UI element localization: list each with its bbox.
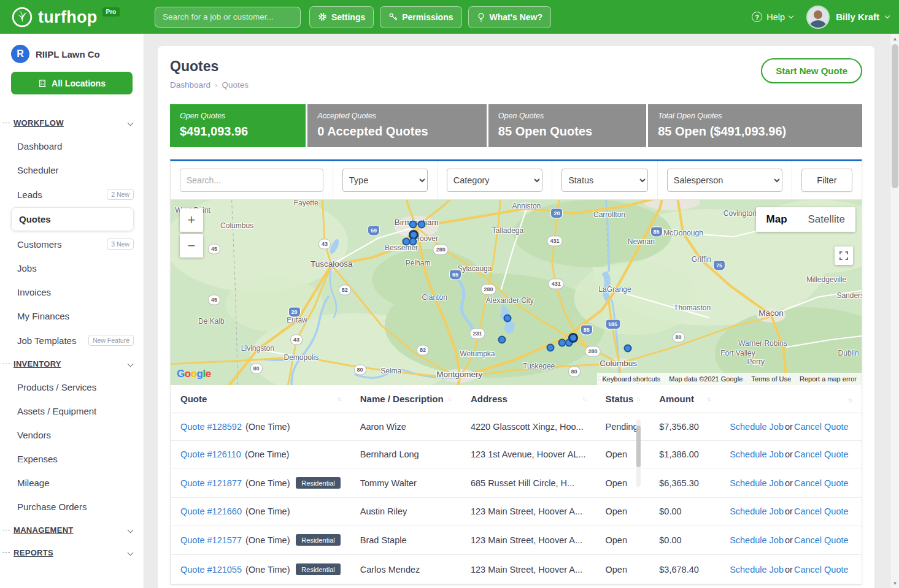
cancel-quote-link[interactable]: Cancel Quote xyxy=(794,478,849,488)
page-scrollbar[interactable]: ▲ ▼ xyxy=(890,34,899,588)
schedule-job-link[interactable]: Schedule Job xyxy=(730,478,784,488)
sidebar-item-jobs[interactable]: Jobs xyxy=(0,256,144,280)
schedule-job-link[interactable]: Schedule Job xyxy=(730,535,784,545)
fullscreen-button[interactable] xyxy=(835,246,853,265)
scroll-down-arrow[interactable]: ▼ xyxy=(890,578,899,588)
map-marker[interactable] xyxy=(417,220,425,228)
nav-label: Assets / Equipment xyxy=(17,406,96,416)
map-view-button[interactable]: Map xyxy=(756,207,798,232)
sidebar-item-quotes[interactable]: Quotes xyxy=(11,207,134,231)
map-marker[interactable] xyxy=(568,333,578,343)
quote-link[interactable]: Quote #121577 xyxy=(180,535,242,545)
app-logo[interactable]: turfhop Pro xyxy=(11,6,146,28)
keyboard-shortcuts-link[interactable]: Keyboard shortcuts xyxy=(602,375,660,383)
satellite-view-button[interactable]: Satellite xyxy=(798,207,855,232)
type-select[interactable]: Type xyxy=(342,169,428,192)
map-marker[interactable] xyxy=(409,237,417,245)
map-marker[interactable] xyxy=(498,336,506,344)
zoom-in-button[interactable]: + xyxy=(180,208,203,232)
sidebar-item-products-services[interactable]: Products / Services xyxy=(0,375,144,399)
quote-amount: $0.00 xyxy=(649,498,720,525)
cancel-quote-link[interactable]: Cancel Quote xyxy=(794,565,849,575)
settings-button[interactable]: Settings xyxy=(309,6,374,28)
quotes-map[interactable]: West PointFayetteColumbusAnnistonCarroll… xyxy=(171,200,862,385)
sidebar-item-leads[interactable]: Leads 2 New xyxy=(0,182,144,207)
sort-icon[interactable]: ↑↓ xyxy=(706,395,710,402)
map-marker[interactable] xyxy=(409,220,417,228)
cancel-quote-link[interactable]: Cancel Quote xyxy=(794,449,849,459)
column-header-quote[interactable]: ↑↓Quote xyxy=(171,385,350,413)
zoom-out-button[interactable]: − xyxy=(180,234,203,258)
start-new-quote-button[interactable]: Start New Quote xyxy=(761,58,862,83)
column-header-address[interactable]: ↑↓Address xyxy=(461,385,596,413)
sidebar-item-expenses[interactable]: Expenses xyxy=(0,447,144,471)
google-logo[interactable]: Google xyxy=(177,368,211,380)
whats-new-button[interactable]: What's New? xyxy=(468,6,552,28)
filter-button[interactable]: Filter xyxy=(801,169,852,192)
sort-icon[interactable]: ↑↓ xyxy=(337,395,341,402)
column-header-amount[interactable]: ↑↓Amount xyxy=(649,385,720,413)
status-select[interactable]: Status xyxy=(561,169,648,192)
stat-label: Open Quotes xyxy=(498,112,636,120)
sidebar-item-dashboard[interactable]: Dashboard xyxy=(0,134,144,158)
sidebar-item-scheduler[interactable]: Scheduler xyxy=(0,158,144,182)
table-scrollbar[interactable] xyxy=(636,419,641,487)
sidebar-section-inventory[interactable]: INVENTORY xyxy=(0,353,144,375)
sidebar-section-workflow[interactable]: WORKFLOW xyxy=(0,112,144,134)
schedule-job-link[interactable]: Schedule Job xyxy=(730,565,784,575)
cancel-quote-link[interactable]: Cancel Quote xyxy=(794,535,849,545)
quote-address: 123 1st Avenue, Hoover AL... xyxy=(461,441,596,468)
salesperson-select[interactable]: Salesperson xyxy=(667,169,782,192)
schedule-job-link[interactable]: Schedule Job xyxy=(730,506,784,516)
column-header-status[interactable]: ↑↓Status xyxy=(595,385,649,413)
quote-link[interactable]: Quote #121660 xyxy=(180,506,242,516)
user-menu[interactable]: Billy Kraft xyxy=(806,6,889,29)
terms-of-use-link[interactable]: Terms of Use xyxy=(751,375,791,383)
schedule-job-link[interactable]: Schedule Job xyxy=(730,422,784,432)
sidebar-item-vendors[interactable]: Vendors xyxy=(0,423,144,447)
quote-link[interactable]: Quote #128592 xyxy=(180,422,242,432)
sidebar-item-customers[interactable]: Customers 3 New xyxy=(0,232,144,256)
map-marker[interactable] xyxy=(624,344,632,352)
scrollbar-thumb[interactable] xyxy=(892,44,898,188)
sort-icon[interactable]: ↑↓ xyxy=(848,397,852,403)
avatar[interactable] xyxy=(806,6,830,29)
quote-link[interactable]: Quote #126110 xyxy=(180,449,241,459)
category-select[interactable]: Category xyxy=(447,169,542,192)
quotes-search-input[interactable] xyxy=(180,169,323,192)
sidebar-item-mileage[interactable]: Mileage xyxy=(0,471,144,495)
route-shield: 75 xyxy=(714,261,725,270)
sort-icon[interactable]: ↑↓ xyxy=(582,395,585,402)
sort-icon[interactable]: ↑↓ xyxy=(636,395,639,402)
all-locations-button[interactable]: All Locations xyxy=(11,72,133,94)
breadcrumb-dashboard-link[interactable]: Dashboard xyxy=(170,80,210,90)
sidebar-item-assets-equipment[interactable]: Assets / Equipment xyxy=(0,399,144,423)
column-header-name[interactable]: ↑↓Name / Description xyxy=(350,385,461,413)
stat-accepted-quotes: Accepted Quotes 0 Accepted Quotes xyxy=(307,104,487,147)
schedule-job-link[interactable]: Schedule Job xyxy=(730,449,784,459)
sidebar-item-invoices[interactable]: Invoices xyxy=(0,280,144,304)
cancel-quote-link[interactable]: Cancel Quote xyxy=(794,422,849,432)
map-city-label: Sylacauga xyxy=(457,264,492,273)
global-search-input[interactable] xyxy=(155,7,301,28)
sidebar-section-reports[interactable]: REPORTS xyxy=(0,541,144,564)
help-menu[interactable]: ? Help xyxy=(752,12,793,22)
map-marker[interactable] xyxy=(504,314,512,322)
route-shield: 80 xyxy=(569,367,580,376)
column-header-actions[interactable]: ↑↓ xyxy=(720,385,862,413)
scroll-up-arrow[interactable]: ▲ xyxy=(890,34,899,44)
quote-link[interactable]: Quote #121877 xyxy=(180,478,242,488)
sidebar-item-my-finances[interactable]: My Finances xyxy=(0,304,144,328)
company-selector[interactable]: R RIIPL Lawn Co xyxy=(0,45,144,63)
sort-icon[interactable]: ↑↓ xyxy=(447,395,451,402)
cancel-quote-link[interactable]: Cancel Quote xyxy=(794,506,849,516)
permissions-button[interactable]: Permissions xyxy=(380,6,461,28)
report-map-error-link[interactable]: Report a map error xyxy=(800,375,857,383)
map-type-control: Map Satellite xyxy=(756,207,855,232)
quote-link[interactable]: Quote #121055 xyxy=(180,565,242,575)
chevron-down-icon xyxy=(128,120,134,126)
sidebar-section-management[interactable]: MANAGEMENT xyxy=(0,519,144,541)
sidebar-item-purchase-orders[interactable]: Purchase Orders xyxy=(0,495,144,519)
sidebar-item-job-templates[interactable]: Job Templates New Feature xyxy=(0,328,144,353)
map-marker[interactable] xyxy=(547,343,555,351)
